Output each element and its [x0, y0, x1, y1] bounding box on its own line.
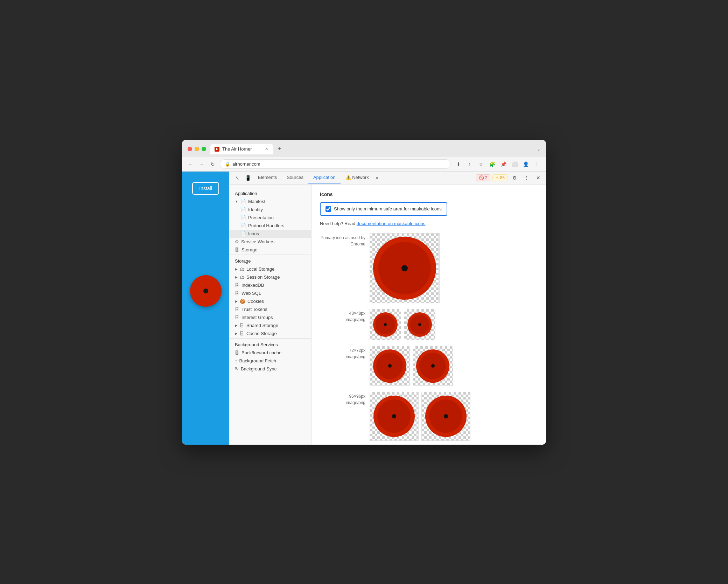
sidebar-item-background-fetch[interactable]: ↕ Background Fetch [229, 357, 311, 365]
sidebar-section-application: Application [229, 188, 311, 197]
sidebar-item-websql[interactable]: 🗄 Web SQL [229, 289, 311, 297]
background-sync-icon: ↻ [235, 366, 239, 371]
sidebar-item-backforward-cache[interactable]: 🗄 Back/forward cache [229, 349, 311, 357]
sidebar-item-session-storage[interactable]: ▶ 🗂 Session Storage [229, 273, 311, 281]
icon-previews-72 [370, 346, 453, 386]
address-text: airhorner.com [232, 161, 260, 167]
tab-sources[interactable]: Sources [282, 172, 308, 183]
tab-bar: ▶ The Air Horner ✕ + ⌄ [210, 144, 540, 154]
sidebar-item-identity[interactable]: 📄 Identity [229, 206, 311, 214]
sidebar-item-cache-storage[interactable]: ▶ 🗄 Cache Storage [229, 329, 311, 338]
devtools-tabs: ↖ 📱 Elements Sources Application ⚠️ Netw… [229, 172, 546, 185]
expand-arrow-icon: ▼ [235, 200, 238, 203]
icon-type-96: image/png [320, 399, 365, 406]
sidebar-item-indexeddb[interactable]: 🗄 IndexedDB [229, 281, 311, 289]
devtools-panel: ↖ 📱 Elements Sources Application ⚠️ Netw… [229, 172, 546, 445]
tab-network[interactable]: ⚠️ Network [341, 172, 374, 183]
tab-title: The Air Horner [222, 146, 252, 152]
pin-icon[interactable]: 📌 [498, 159, 508, 169]
maximize-button[interactable] [202, 147, 206, 151]
icon-meta-72: 72×72px image/png [320, 346, 365, 360]
title-bar: ▶ The Air Horner ✕ + ⌄ [182, 140, 546, 157]
sidebar-item-service-workers[interactable]: ⚙ Service Workers [229, 238, 311, 246]
tab-expand-button[interactable]: ⌄ [537, 147, 540, 152]
primary-icon-circle [373, 237, 436, 300]
divider-2 [229, 338, 311, 339]
extensions-icon[interactable]: 🧩 [487, 159, 497, 169]
address-input[interactable]: 🔒 airhorner.com [220, 159, 451, 169]
more-options-button[interactable]: ⋮ [522, 173, 531, 183]
close-button[interactable] [188, 147, 192, 151]
profile-icon[interactable]: 👤 [521, 159, 531, 169]
error-icon: 🚫 [479, 175, 484, 180]
settings-button[interactable]: ⚙ [510, 173, 519, 183]
protocol-handlers-icon: 📄 [240, 223, 246, 228]
tab-close-button[interactable]: ✕ [264, 146, 269, 152]
icon-circle-96-1 [373, 396, 415, 437]
menu-icon[interactable]: ⋮ [532, 159, 542, 169]
help-text-after: . [425, 221, 427, 226]
service-workers-icon: ⚙ [235, 239, 239, 244]
storage-icon: 🗄 [235, 247, 239, 252]
help-link[interactable]: documentation on maskable icons [357, 221, 426, 226]
airhorner-icon [190, 275, 222, 307]
close-devtools-button[interactable]: ✕ [533, 173, 543, 183]
sidebar-item-interest-groups[interactable]: 🗄 Interest Groups [229, 313, 311, 321]
sidebar-label-manifest: Manifest [248, 199, 265, 204]
bookmark-icon[interactable]: ☆ [476, 159, 486, 169]
sidebar-item-local-storage[interactable]: ▶ 🗂 Local Storage [229, 265, 311, 273]
cursor-tool-button[interactable]: ↖ [232, 172, 243, 184]
sidebar-item-manifest[interactable]: ▼ 📄 Manifest [229, 197, 311, 206]
back-button[interactable]: ← [186, 160, 195, 168]
maskable-icons-checkbox[interactable] [326, 206, 331, 212]
icon-circle-72-2 [416, 349, 449, 383]
install-button[interactable]: Install [192, 182, 219, 195]
tab-application[interactable]: Application [308, 172, 341, 183]
sidebar-item-background-sync[interactable]: ↻ Background Sync [229, 365, 311, 373]
more-tabs-button[interactable]: » [374, 172, 380, 183]
tab-elements[interactable]: Elements [253, 172, 282, 183]
background-fetch-icon: ↕ [235, 358, 237, 363]
shared-storage-expand-icon: ▶ [235, 324, 238, 327]
forward-button[interactable]: → [197, 160, 206, 168]
interest-groups-icon: 🗄 [235, 315, 239, 320]
icon-dot-96-2 [444, 414, 448, 418]
cache-storage-expand-icon: ▶ [235, 332, 238, 335]
sidebar-item-trust-tokens[interactable]: 🗄 Trust Tokens [229, 305, 311, 313]
cookies-icon: 🍪 [240, 299, 245, 304]
divider-1 [229, 255, 311, 255]
sidebar-item-protocol-handlers[interactable]: 📄 Protocol Handlers [229, 222, 311, 230]
maskable-icons-checkbox-row: Show only the minimum safe area for mask… [320, 202, 447, 216]
help-text: Need help? Read documentation on maskabl… [320, 221, 538, 226]
icon-size-72: 72×72px [320, 347, 365, 354]
icon-dot-72-2 [431, 364, 435, 368]
download-icon[interactable]: ⬇ [454, 159, 463, 169]
sidebar-item-cookies[interactable]: ▶ 🍪 Cookies [229, 297, 311, 305]
primary-icon-dot [401, 265, 408, 271]
sidebar-label-cookies: Cookies [247, 299, 264, 304]
presentation-icon: 📄 [240, 215, 246, 220]
sidebar-item-presentation[interactable]: 📄 Presentation [229, 214, 311, 222]
icon-circle-48-2 [407, 312, 432, 337]
icon-row-96: 96×96px image/png [320, 392, 538, 441]
active-tab[interactable]: ▶ The Air Horner ✕ [210, 144, 273, 154]
maskable-icons-label: Show only the minimum safe area for mask… [334, 206, 442, 211]
identity-icon: 📄 [240, 207, 246, 212]
icon-preview-48-1 [370, 309, 401, 340]
traffic-lights [188, 147, 206, 151]
sidebar-item-icons[interactable]: 📄 Icons [229, 230, 311, 238]
sidebar-label-background-fetch: Background Fetch [239, 358, 276, 363]
new-tab-button[interactable]: + [275, 144, 285, 154]
reload-button[interactable]: ↻ [209, 160, 217, 168]
device-toggle-button[interactable]: 📱 [243, 172, 253, 184]
minimize-button[interactable] [195, 147, 199, 151]
sidebar-label-trust-tokens: Trust Tokens [241, 307, 267, 312]
sidebar-item-shared-storage[interactable]: ▶ 🗄 Shared Storage [229, 321, 311, 329]
split-screen-icon[interactable]: ⬜ [510, 159, 519, 169]
primary-icon-row: Primary icon as used by Chrome [320, 233, 538, 303]
icon-dot-48-2 [418, 323, 421, 326]
sidebar-item-storage[interactable]: 🗄 Storage [229, 246, 311, 254]
share-icon[interactable]: ↑ [465, 159, 475, 169]
icon-preview-96-1 [370, 392, 419, 441]
sidebar-label-session-storage: Session Storage [246, 274, 280, 280]
